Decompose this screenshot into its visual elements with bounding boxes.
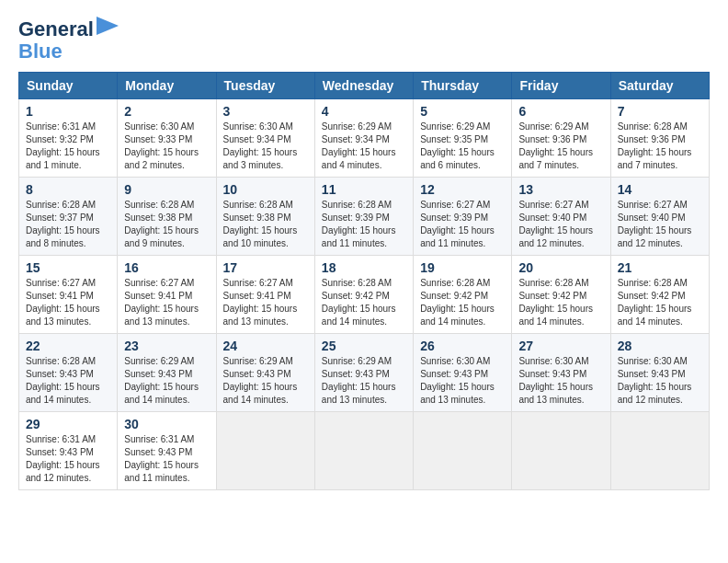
day-number: 29 <box>26 417 110 431</box>
calendar-cell: 29Sunrise: 6:31 AMSunset: 9:43 PMDayligh… <box>19 412 118 490</box>
calendar-header-thursday: Thursday <box>414 73 512 99</box>
calendar-header-saturday: Saturday <box>610 73 709 99</box>
calendar-cell: 9Sunrise: 6:28 AMSunset: 9:38 PMDaylight… <box>118 178 216 256</box>
cell-details: Sunrise: 6:27 AMSunset: 9:39 PMDaylight:… <box>420 199 505 250</box>
cell-details: Sunrise: 6:29 AMSunset: 9:43 PMDaylight:… <box>223 355 308 407</box>
day-number: 7 <box>618 104 702 119</box>
cell-details: Sunrise: 6:28 AMSunset: 9:43 PMDaylight:… <box>26 355 110 407</box>
day-number: 19 <box>420 260 505 275</box>
day-number: 1 <box>26 104 110 119</box>
calendar-cell: 13Sunrise: 6:27 AMSunset: 9:40 PMDayligh… <box>512 178 610 256</box>
calendar-cell: 15Sunrise: 6:27 AMSunset: 9:41 PMDayligh… <box>19 256 118 334</box>
logo-arrow-icon <box>97 17 119 35</box>
day-number: 11 <box>322 182 406 197</box>
day-number: 18 <box>322 260 406 275</box>
cell-details: Sunrise: 6:30 AMSunset: 9:33 PMDaylight:… <box>124 121 209 172</box>
cell-details: Sunrise: 6:30 AMSunset: 9:34 PMDaylight:… <box>223 121 308 172</box>
calendar-cell: 12Sunrise: 6:27 AMSunset: 9:39 PMDayligh… <box>414 178 512 256</box>
calendar-header-tuesday: Tuesday <box>216 73 314 99</box>
calendar-cell: 23Sunrise: 6:29 AMSunset: 9:43 PMDayligh… <box>118 334 216 412</box>
day-number: 26 <box>420 339 505 353</box>
calendar-header-wednesday: Wednesday <box>314 73 413 99</box>
calendar-cell: 28Sunrise: 6:30 AMSunset: 9:43 PMDayligh… <box>610 334 709 412</box>
calendar-week-row: 29Sunrise: 6:31 AMSunset: 9:43 PMDayligh… <box>19 412 710 490</box>
day-number: 4 <box>322 104 406 119</box>
calendar-cell: 30Sunrise: 6:31 AMSunset: 9:43 PMDayligh… <box>118 412 216 490</box>
cell-details: Sunrise: 6:29 AMSunset: 9:35 PMDaylight:… <box>420 121 505 172</box>
cell-details: Sunrise: 6:30 AMSunset: 9:43 PMDaylight:… <box>518 355 603 407</box>
day-number: 5 <box>420 104 505 119</box>
svg-marker-0 <box>97 17 119 35</box>
day-number: 13 <box>518 182 603 197</box>
calendar-week-row: 22Sunrise: 6:28 AMSunset: 9:43 PMDayligh… <box>19 334 710 412</box>
day-number: 6 <box>518 104 603 119</box>
cell-details: Sunrise: 6:30 AMSunset: 9:43 PMDaylight:… <box>618 355 702 407</box>
calendar-cell: 4Sunrise: 6:29 AMSunset: 9:34 PMDaylight… <box>314 99 413 178</box>
calendar-cell <box>512 412 610 490</box>
calendar-cell: 16Sunrise: 6:27 AMSunset: 9:41 PMDayligh… <box>118 256 216 334</box>
day-number: 25 <box>322 339 406 353</box>
calendar-cell: 3Sunrise: 6:30 AMSunset: 9:34 PMDaylight… <box>216 99 314 178</box>
cell-details: Sunrise: 6:31 AMSunset: 9:32 PMDaylight:… <box>26 121 110 172</box>
day-number: 30 <box>124 417 209 431</box>
calendar-header-monday: Monday <box>118 73 216 99</box>
calendar-cell: 20Sunrise: 6:28 AMSunset: 9:42 PMDayligh… <box>512 256 610 334</box>
day-number: 22 <box>26 339 110 353</box>
cell-details: Sunrise: 6:29 AMSunset: 9:36 PMDaylight:… <box>518 121 603 172</box>
cell-details: Sunrise: 6:31 AMSunset: 9:43 PMDaylight:… <box>124 433 209 485</box>
calendar-header-row: SundayMondayTuesdayWednesdayThursdayFrid… <box>19 73 710 99</box>
cell-details: Sunrise: 6:27 AMSunset: 9:41 PMDaylight:… <box>223 277 308 328</box>
logo-text-line1: General <box>18 18 94 40</box>
calendar-cell: 1Sunrise: 6:31 AMSunset: 9:32 PMDaylight… <box>19 99 118 178</box>
calendar-cell: 27Sunrise: 6:30 AMSunset: 9:43 PMDayligh… <box>512 334 610 412</box>
day-number: 15 <box>26 260 110 275</box>
cell-details: Sunrise: 6:29 AMSunset: 9:34 PMDaylight:… <box>322 121 406 172</box>
calendar-cell <box>414 412 512 490</box>
day-number: 12 <box>420 182 505 197</box>
calendar-cell: 21Sunrise: 6:28 AMSunset: 9:42 PMDayligh… <box>610 256 709 334</box>
calendar-cell: 8Sunrise: 6:28 AMSunset: 9:37 PMDaylight… <box>19 178 118 256</box>
day-number: 9 <box>124 182 209 197</box>
calendar-week-row: 8Sunrise: 6:28 AMSunset: 9:37 PMDaylight… <box>19 178 710 256</box>
day-number: 14 <box>618 182 702 197</box>
day-number: 21 <box>618 260 702 275</box>
day-number: 17 <box>223 260 308 275</box>
cell-details: Sunrise: 6:28 AMSunset: 9:42 PMDaylight:… <box>518 277 603 328</box>
cell-details: Sunrise: 6:28 AMSunset: 9:39 PMDaylight:… <box>322 199 406 250</box>
calendar-cell: 2Sunrise: 6:30 AMSunset: 9:33 PMDaylight… <box>118 99 216 178</box>
cell-details: Sunrise: 6:29 AMSunset: 9:43 PMDaylight:… <box>322 355 406 407</box>
calendar-header-sunday: Sunday <box>19 73 118 99</box>
day-number: 28 <box>618 339 702 353</box>
cell-details: Sunrise: 6:27 AMSunset: 9:41 PMDaylight:… <box>124 277 209 328</box>
calendar-week-row: 15Sunrise: 6:27 AMSunset: 9:41 PMDayligh… <box>19 256 710 334</box>
calendar-cell: 7Sunrise: 6:28 AMSunset: 9:36 PMDaylight… <box>610 99 709 178</box>
day-number: 2 <box>124 104 209 119</box>
calendar-cell: 24Sunrise: 6:29 AMSunset: 9:43 PMDayligh… <box>216 334 314 412</box>
cell-details: Sunrise: 6:28 AMSunset: 9:37 PMDaylight:… <box>26 199 110 250</box>
cell-details: Sunrise: 6:28 AMSunset: 9:42 PMDaylight:… <box>322 277 406 328</box>
cell-details: Sunrise: 6:28 AMSunset: 9:42 PMDaylight:… <box>420 277 505 328</box>
day-number: 16 <box>124 260 209 275</box>
cell-details: Sunrise: 6:28 AMSunset: 9:38 PMDaylight:… <box>223 199 308 250</box>
calendar-cell <box>314 412 413 490</box>
day-number: 20 <box>518 260 603 275</box>
calendar-cell: 26Sunrise: 6:30 AMSunset: 9:43 PMDayligh… <box>414 334 512 412</box>
cell-details: Sunrise: 6:29 AMSunset: 9:43 PMDaylight:… <box>124 355 209 407</box>
cell-details: Sunrise: 6:30 AMSunset: 9:43 PMDaylight:… <box>420 355 505 407</box>
cell-details: Sunrise: 6:28 AMSunset: 9:42 PMDaylight:… <box>618 277 702 328</box>
day-number: 10 <box>223 182 308 197</box>
calendar-cell: 6Sunrise: 6:29 AMSunset: 9:36 PMDaylight… <box>512 99 610 178</box>
logo-text-line2: Blue <box>18 40 63 63</box>
calendar-cell: 22Sunrise: 6:28 AMSunset: 9:43 PMDayligh… <box>19 334 118 412</box>
calendar-cell: 10Sunrise: 6:28 AMSunset: 9:38 PMDayligh… <box>216 178 314 256</box>
day-number: 3 <box>223 104 308 119</box>
calendar-header-friday: Friday <box>512 73 610 99</box>
calendar-cell: 19Sunrise: 6:28 AMSunset: 9:42 PMDayligh… <box>414 256 512 334</box>
cell-details: Sunrise: 6:27 AMSunset: 9:41 PMDaylight:… <box>26 277 110 328</box>
calendar-cell: 11Sunrise: 6:28 AMSunset: 9:39 PMDayligh… <box>314 178 413 256</box>
cell-details: Sunrise: 6:28 AMSunset: 9:36 PMDaylight:… <box>618 121 702 172</box>
day-number: 23 <box>124 339 209 353</box>
page-header: General Blue <box>18 18 710 63</box>
calendar-cell <box>216 412 314 490</box>
day-number: 8 <box>26 182 110 197</box>
